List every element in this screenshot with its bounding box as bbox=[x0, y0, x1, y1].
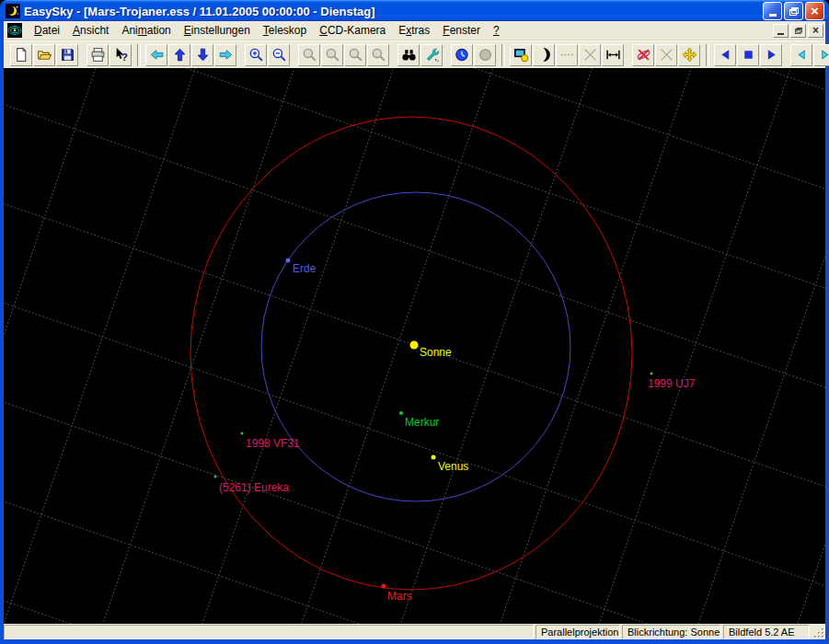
orbit-crossed-icon bbox=[636, 47, 651, 63]
stop-button[interactable] bbox=[737, 44, 759, 66]
binoculars-button[interactable] bbox=[397, 44, 420, 66]
open-button[interactable] bbox=[33, 44, 55, 66]
magnifier-button bbox=[298, 44, 320, 66]
close-button[interactable]: × bbox=[805, 2, 824, 20]
venus-dot[interactable] bbox=[432, 455, 436, 460]
moon-button[interactable] bbox=[533, 44, 555, 66]
mars-label: Mars bbox=[387, 590, 412, 603]
zoom-in-button[interactable] bbox=[245, 44, 267, 66]
print-icon bbox=[90, 47, 106, 63]
erde-label: Erde bbox=[293, 262, 317, 275]
distance-button[interactable] bbox=[602, 44, 624, 66]
menu-item-teleskop[interactable]: Teleskop bbox=[257, 22, 313, 40]
pan-left-button[interactable] bbox=[145, 44, 167, 66]
play-forward-icon bbox=[764, 47, 779, 63]
1998-vf31-label: 1998 VF31 bbox=[246, 437, 300, 450]
1999-uj7-label: 1999 UJ7 bbox=[648, 377, 696, 390]
solar-system-map[interactable]: SonneMerkurVenusErdeMars1999 UJ71998 VF3… bbox=[4, 68, 825, 624]
pan-down-button[interactable] bbox=[191, 44, 213, 66]
pan-left-icon bbox=[149, 47, 165, 63]
restore-icon bbox=[795, 27, 802, 33]
print-button[interactable] bbox=[86, 44, 109, 66]
pan-right-icon bbox=[218, 47, 234, 63]
orbit-crossed-button[interactable] bbox=[632, 44, 654, 66]
minimize-icon bbox=[769, 14, 777, 17]
close-icon: × bbox=[811, 4, 819, 17]
step-back-icon bbox=[794, 47, 810, 63]
magnifier-icon bbox=[325, 47, 340, 63]
play-back-icon bbox=[718, 47, 733, 63]
sky-view[interactable]: SonneMerkurVenusErdeMars1999 UJ71998 VF3… bbox=[4, 68, 825, 624]
menu-item-fenster[interactable]: Fenster bbox=[436, 22, 487, 40]
magnifier-button bbox=[367, 44, 389, 66]
pan-up-button[interactable] bbox=[168, 44, 190, 66]
save-icon bbox=[60, 47, 75, 63]
menu-item-einstellungen[interactable]: Einstellungen bbox=[178, 22, 257, 40]
close-icon: × bbox=[812, 25, 819, 36]
play-forward-button[interactable] bbox=[760, 44, 782, 66]
save-button[interactable] bbox=[56, 44, 78, 66]
menu-item-ccdkamera[interactable]: CCD-Kamera bbox=[313, 22, 392, 40]
wrench-button[interactable] bbox=[420, 44, 443, 66]
svg-text:?: ? bbox=[121, 51, 127, 63]
magnifier-button bbox=[344, 44, 366, 66]
1999-uj7-dot[interactable] bbox=[651, 373, 653, 375]
merkur-dot[interactable] bbox=[399, 411, 403, 415]
window-bottom-border bbox=[0, 639, 829, 644]
new-icon bbox=[14, 47, 29, 63]
help-pointer-button[interactable]: ? bbox=[109, 44, 132, 66]
mars-dot[interactable] bbox=[382, 584, 386, 589]
pan-down-icon bbox=[195, 47, 211, 63]
move-button[interactable] bbox=[678, 44, 700, 66]
zoom-out-button[interactable] bbox=[268, 44, 290, 66]
minimize-button[interactable] bbox=[763, 2, 782, 20]
window-title: EasySky - [Mars-Trojaner.ess / 11.01.200… bbox=[24, 5, 761, 18]
status-bar: Parallelprojektion Blickrichtung: Sonne … bbox=[4, 624, 825, 639]
1998-vf31-dot[interactable] bbox=[241, 432, 244, 435]
dots-button bbox=[556, 44, 578, 66]
display-icon bbox=[513, 47, 529, 63]
mdi-close-button[interactable]: × bbox=[808, 24, 823, 38]
circle-button bbox=[474, 44, 496, 66]
easysky-logo-icon bbox=[6, 4, 20, 18]
merkur-label: Merkur bbox=[405, 416, 439, 429]
5261-eureka-dot[interactable] bbox=[214, 476, 217, 478]
clock-button[interactable] bbox=[451, 44, 473, 66]
minimize-icon bbox=[777, 33, 784, 35]
clock-icon bbox=[455, 47, 470, 63]
wrench-icon bbox=[424, 47, 440, 63]
cross-icon bbox=[582, 47, 598, 63]
step-back-button[interactable] bbox=[790, 44, 812, 66]
venus-label: Venus bbox=[438, 460, 468, 473]
erde-dot[interactable] bbox=[286, 259, 291, 263]
magnifier-icon bbox=[302, 47, 317, 63]
sonne-dot[interactable] bbox=[410, 341, 419, 350]
resize-grip[interactable] bbox=[812, 625, 825, 639]
display-button[interactable] bbox=[510, 44, 532, 66]
pan-up-icon bbox=[172, 47, 188, 63]
menu-item-ansicht[interactable]: Ansicht bbox=[66, 22, 115, 40]
pan-right-button[interactable] bbox=[214, 44, 236, 66]
sonne-label: Sonne bbox=[420, 346, 452, 359]
step-forward-button[interactable] bbox=[813, 44, 829, 66]
move-icon bbox=[682, 47, 697, 63]
zoom-in-icon bbox=[248, 47, 264, 63]
magnifier-icon bbox=[348, 47, 363, 63]
magnifier-icon bbox=[371, 47, 386, 63]
new-button[interactable] bbox=[10, 44, 32, 66]
5261-eureka-label: (5261) Eureka bbox=[219, 481, 289, 494]
menu-items: DateiAnsichtAnimationEinstellungenTelesk… bbox=[28, 24, 506, 37]
status-message-panel bbox=[4, 625, 534, 639]
menu-item-datei[interactable]: Datei bbox=[28, 22, 66, 40]
menu-item-[interactable]: ? bbox=[487, 22, 506, 40]
mdi-restore-button[interactable] bbox=[790, 24, 806, 38]
menu-item-animation[interactable]: Animation bbox=[115, 22, 177, 40]
menu-bar: DateiAnsichtAnimationEinstellungenTelesk… bbox=[4, 21, 825, 40]
mdi-minimize-button[interactable] bbox=[773, 24, 789, 38]
restore-button[interactable] bbox=[784, 2, 803, 20]
play-back-button[interactable] bbox=[714, 44, 736, 66]
menu-item-extras[interactable]: Extras bbox=[392, 22, 436, 40]
distance-icon bbox=[605, 47, 621, 63]
open-icon bbox=[37, 47, 52, 63]
binoculars-icon bbox=[401, 47, 417, 63]
